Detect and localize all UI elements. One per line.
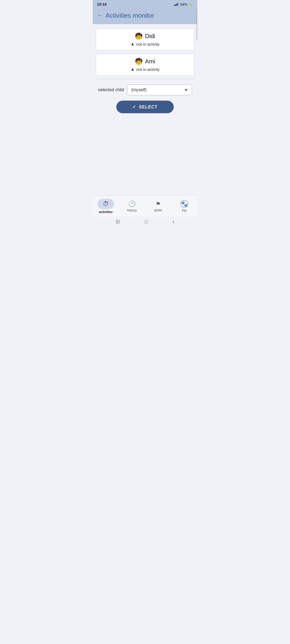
nav-item-history[interactable]: 🕐 history	[119, 196, 145, 217]
nav-label-pip: Pip	[182, 209, 187, 213]
activities-icon: ⏱	[103, 200, 109, 207]
chevron-down-icon: ▼	[184, 88, 188, 92]
status-time: 10:14	[97, 2, 107, 6]
android-home-button[interactable]: □	[145, 219, 148, 225]
pip-icon: 🐾	[180, 200, 188, 208]
history-icon: 🕐	[128, 200, 136, 207]
main-content: 🧒 Didi ▲ not in activity 🧒 Ami ▲ not in …	[93, 24, 197, 118]
nav-item-goals[interactable]: ⚑ goals	[145, 196, 171, 217]
check-icon: ✓	[132, 104, 136, 109]
select-button-wrapper: ✓ SELECT	[96, 101, 194, 113]
warning-icon-didi: ▲	[130, 42, 135, 46]
child-status-didi: ▲ not in activity	[100, 42, 190, 46]
android-nav-bar: ||| □ ‹	[93, 217, 197, 226]
child-dropdown[interactable]: (myself) ▼	[127, 85, 192, 95]
status-right: 88% 🔋	[174, 2, 193, 6]
child-avatar-ami: 🧒	[135, 58, 143, 65]
signal-icon	[174, 3, 179, 6]
scroll-indicator	[196, 9, 197, 41]
selected-child-row: selected child (myself) ▼	[96, 83, 194, 96]
bottom-nav: ⏱ activities 🕐 history ⚑ goals 🐾 Pip	[93, 195, 197, 217]
nav-label-history: history	[127, 208, 137, 212]
select-button-label: SELECT	[139, 105, 157, 109]
child-status-ami: ▲ not in activity	[100, 67, 190, 72]
battery-indicator: 88%	[180, 2, 187, 6]
battery-icon: 🔋	[189, 2, 193, 6]
android-menu-button[interactable]: |||	[116, 219, 120, 224]
page-title: Activities monitor	[106, 12, 154, 19]
android-back-button[interactable]: ‹	[172, 219, 174, 225]
header: ← Activities monitor	[93, 9, 197, 24]
nav-item-pip[interactable]: 🐾 Pip	[171, 196, 198, 217]
dropdown-value: (myself)	[131, 87, 147, 92]
goals-icon: ⚑	[156, 201, 161, 207]
warning-icon-ami: ▲	[130, 67, 135, 72]
child-avatar-didi: 🧒	[135, 32, 143, 40]
child-name-ami: 🧒 Ami	[100, 58, 190, 65]
child-card-ami[interactable]: 🧒 Ami ▲ not in activity	[96, 54, 194, 76]
selected-child-label: selected child	[98, 87, 124, 92]
nav-item-activities[interactable]: ⏱ activities	[93, 196, 119, 217]
back-button[interactable]: ←	[97, 12, 103, 19]
section-divider	[96, 79, 194, 79]
child-card-didi[interactable]: 🧒 Didi ▲ not in activity	[96, 28, 194, 50]
nav-label-activities: activities	[99, 210, 113, 214]
status-bar: 10:14 88% 🔋	[93, 0, 197, 9]
nav-label-goals: goals	[154, 208, 162, 212]
select-button[interactable]: ✓ SELECT	[116, 101, 173, 113]
child-name-didi: 🧒 Didi	[100, 32, 190, 40]
